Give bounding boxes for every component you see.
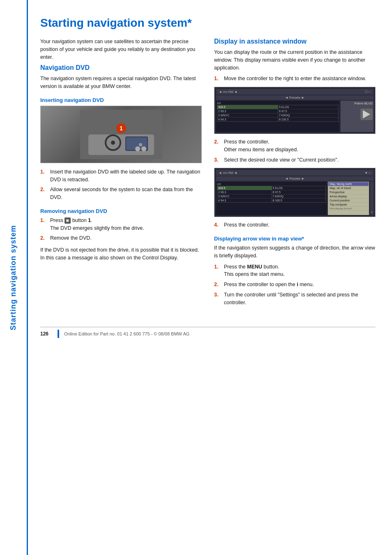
list-item: 2. Press the controller.Other menu items… xyxy=(214,138,376,154)
svg-point-3 xyxy=(111,141,115,145)
list-item: 4. Press the controller. xyxy=(214,221,376,229)
screen1-image: ◄ ══ FM ◄ □→ ◄ Presets ► set xyxy=(214,87,376,134)
two-column-layout: Your navigation system can use satellite… xyxy=(40,38,376,310)
step-text: Allow several seconds for the system to … xyxy=(50,186,202,201)
list-item: 2. Remove the DVD. xyxy=(40,234,202,242)
arrow-intro: If the navigation system suggests a chan… xyxy=(214,244,376,260)
display-heading: Display in assistance window xyxy=(214,38,376,45)
left-column: Your navigation system can use satellite… xyxy=(40,38,202,310)
main-content: Starting navigation system* Your navigat… xyxy=(28,0,392,555)
display-intro: You can display the route or the current… xyxy=(214,49,376,72)
footer-copyright: Online Edition for Part no. 01 41 2 600 … xyxy=(64,331,189,336)
display-step1-list: 1. Move the controller to the right to e… xyxy=(214,75,376,83)
list-item: 3. Turn the controller until "Settings" … xyxy=(214,291,376,307)
step-number: 1. xyxy=(214,75,221,83)
list-item: 1. Press the MENU button.This opens the … xyxy=(214,263,376,279)
eject-button-icon: ▣ xyxy=(65,217,71,224)
step-text: Press the MENU button.This opens the sta… xyxy=(224,263,376,279)
step-text: Remove the DVD. xyxy=(50,234,202,242)
step-number: 2. xyxy=(40,234,47,242)
step-number: 2. xyxy=(214,138,221,154)
page-title: Starting navigation system* xyxy=(40,16,376,30)
svg-point-9 xyxy=(141,146,146,151)
svg-point-8 xyxy=(135,146,140,151)
display-step4-list: 4. Press the controller. xyxy=(214,221,376,229)
page-number: 126 xyxy=(40,331,53,337)
step-text: Press the controller. xyxy=(224,221,376,229)
footer: 126 Online Edition for Part no. 01 41 2 … xyxy=(40,327,376,338)
svg-text:1: 1 xyxy=(120,125,123,132)
inserting-steps-list: 1. Insert the navigation DVD with the la… xyxy=(40,168,202,201)
step-number: 4. xyxy=(214,221,221,229)
nav-dvd-text: The navigation system requires a special… xyxy=(40,75,202,90)
sidebar-label: Starting navigation system xyxy=(9,225,18,330)
intro-text: Your navigation system can use satellite… xyxy=(40,38,202,61)
step-number: 1. xyxy=(214,263,221,279)
step-number: 1. xyxy=(40,217,47,232)
right-column: Display in assistance window You can dis… xyxy=(214,38,376,310)
step-text: Select the desired route view or "Curren… xyxy=(224,156,376,164)
sidebar: Starting navigation system xyxy=(0,0,28,555)
arrow-heading: Displaying arrow view in map view* xyxy=(214,236,376,242)
footer-divider xyxy=(58,330,59,338)
list-item: 3. Select the desired route view or "Cur… xyxy=(214,156,376,164)
svg-point-10 xyxy=(139,143,142,146)
step-text: Press the controller.Other menu items ar… xyxy=(224,138,376,154)
display-steps-2-3-list: 2. Press the controller.Other menu items… xyxy=(214,138,376,164)
removing-note: If the DVD is not ejected from the drive… xyxy=(40,246,202,262)
step-text: Press the controller to open the i menu. xyxy=(224,281,376,289)
list-item: 1. Move the controller to the right to e… xyxy=(214,75,376,83)
step-number: 2. xyxy=(40,186,47,201)
arrow-steps-list: 1. Press the MENU button.This opens the … xyxy=(214,263,376,307)
list-item: 1. Insert the navigation DVD with the la… xyxy=(40,168,202,184)
removing-heading: Removing navigation DVD xyxy=(40,208,202,214)
step-text: Move the controller to the right to ente… xyxy=(224,75,376,83)
list-item: 2. Press the controller to open the i me… xyxy=(214,281,376,289)
step-number: 3. xyxy=(214,291,221,307)
step-number: 3. xyxy=(214,156,221,164)
step-text: Press ▣ button 1.The DVD emerges slightl… xyxy=(50,217,202,232)
inserting-heading: Inserting navigation DVD xyxy=(40,97,202,103)
page-container: Starting navigation system Starting navi… xyxy=(0,0,392,555)
step-number: 2. xyxy=(214,281,221,289)
list-item: 2. Allow several seconds for the system … xyxy=(40,186,202,201)
step-number: 1. xyxy=(40,168,47,184)
removing-steps-list: 1. Press ▣ button 1.The DVD emerges slig… xyxy=(40,217,202,242)
screen2-image: ◄ ══ FM ◄ ●→ ◄ Presets ► set 303.5 xyxy=(214,168,376,217)
dvd-image: 1 xyxy=(40,106,202,163)
car-illustration: 1 xyxy=(80,110,162,159)
nav-dvd-heading: Navigation DVD xyxy=(40,64,202,72)
step-text: Insert the navigation DVD with the label… xyxy=(50,168,202,184)
step-text: Turn the controller until "Settings" is … xyxy=(224,291,376,307)
list-item: 1. Press ▣ button 1.The DVD emerges slig… xyxy=(40,217,202,232)
